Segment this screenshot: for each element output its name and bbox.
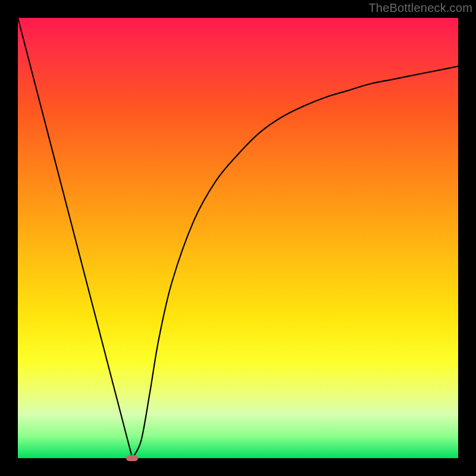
curve-svg (18, 18, 458, 458)
watermark-text: TheBottleneck.com (368, 1, 472, 15)
chart-frame: TheBottleneck.com (0, 0, 476, 476)
minimum-marker (126, 455, 138, 461)
plot-area (18, 18, 458, 458)
chart-curve (18, 18, 458, 458)
